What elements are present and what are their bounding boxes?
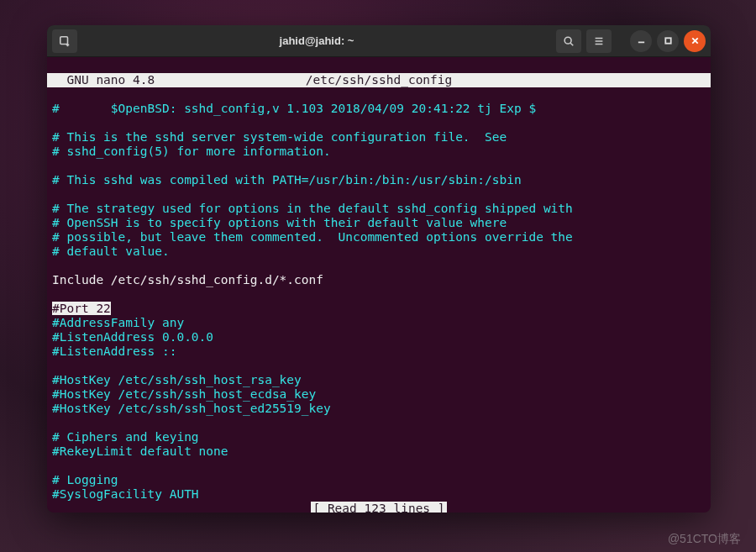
file-line: #HostKey /etc/ssh/ssh_host_rsa_key (52, 373, 302, 386)
svg-rect-0 (60, 36, 68, 44)
file-line: # This sshd was compiled with PATH=/usr/… (52, 173, 522, 187)
svg-point-3 (564, 37, 571, 44)
watermark: @51CTO博客 (668, 532, 741, 547)
terminal-window: jahid@jahid: ~ GNU nano 4.8/etc/ssh/sshd… (47, 25, 711, 513)
menu-button[interactable] (586, 29, 612, 53)
new-tab-button[interactable] (52, 29, 77, 53)
file-line: #SyslogFacility AUTH (52, 487, 199, 501)
terminal-content[interactable]: GNU nano 4.8/etc/ssh/sshd_config # $Open… (47, 57, 711, 513)
file-line: #ListenAddress :: (52, 344, 176, 358)
file-line: #ListenAddress 0.0.0.0 (52, 330, 213, 344)
file-line: # OpenSSH is to specify options with the… (52, 216, 507, 229)
maximize-button[interactable] (657, 30, 679, 52)
search-button[interactable] (556, 29, 581, 53)
file-line-selected: #Port 22 (52, 302, 111, 315)
file-line: #HostKey /etc/ssh/ssh_host_ecdsa_key (52, 387, 316, 401)
titlebar[interactable]: jahid@jahid: ~ (47, 25, 711, 57)
file-line: # default value. (52, 244, 170, 258)
file-line: #AddressFamily any (52, 316, 184, 329)
file-line: # Ciphers and keying (52, 430, 199, 444)
svg-line-4 (570, 43, 573, 45)
nano-status-text: [ Read 123 lines ] (311, 502, 446, 513)
file-line: #HostKey /etc/ssh/ssh_host_ed25519_key (52, 402, 331, 415)
close-button[interactable] (684, 30, 706, 52)
window-title: jahid@jahid: ~ (77, 34, 556, 47)
nano-version: GNU nano 4.8 (52, 73, 155, 87)
file-line: # Logging (52, 473, 118, 486)
file-line: # $OpenBSD: sshd_config,v 1.103 2018/04/… (52, 102, 536, 115)
file-line: Include /etc/ssh/sshd_config.d/*.conf (52, 273, 323, 287)
file-line: # This is the sshd server system-wide co… (52, 130, 507, 144)
nano-filename: /etc/ssh/sshd_config (306, 73, 453, 87)
file-line: #RekeyLimit default none (52, 444, 228, 458)
file-line: # possible, but leave them commented. Un… (52, 230, 573, 244)
nano-status-line: [ Read 123 lines ] (52, 502, 706, 513)
file-line: # sshd_config(5) for more information. (52, 145, 331, 158)
file-line: # The strategy used for options in the d… (52, 202, 573, 215)
svg-rect-9 (665, 38, 670, 43)
nano-header: GNU nano 4.8/etc/ssh/sshd_config (47, 73, 711, 87)
minimize-button[interactable] (630, 30, 652, 52)
